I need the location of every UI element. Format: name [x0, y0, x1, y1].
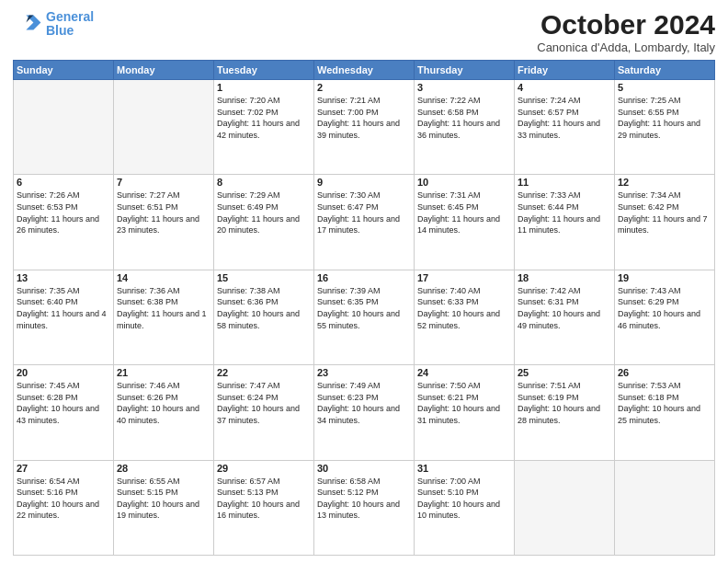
day-number: 22: [217, 367, 311, 378]
day-number: 17: [417, 272, 511, 283]
day-number: 11: [518, 177, 611, 188]
day-number: 9: [317, 177, 411, 188]
day-info: Sunrise: 7:51 AM Sunset: 6:19 PM Dayligh…: [518, 380, 611, 426]
calendar-cell: 22Sunrise: 7:47 AM Sunset: 6:24 PM Dayli…: [214, 365, 314, 460]
page: General Blue October 2024 Canonica d'Add…: [0, 0, 728, 563]
location: Canonica d'Adda, Lombardy, Italy: [537, 40, 715, 54]
day-number: 5: [618, 82, 711, 93]
calendar-cell: 3Sunrise: 7:22 AM Sunset: 6:58 PM Daylig…: [415, 80, 515, 175]
day-info: Sunrise: 7:45 AM Sunset: 6:28 PM Dayligh…: [17, 380, 110, 426]
calendar-week-5: 27Sunrise: 6:54 AM Sunset: 5:16 PM Dayli…: [14, 460, 715, 555]
calendar-cell: 2Sunrise: 7:21 AM Sunset: 7:00 PM Daylig…: [314, 80, 415, 175]
day-number: 29: [217, 463, 311, 474]
month-title: October 2024: [537, 9, 715, 40]
calendar-cell: 23Sunrise: 7:49 AM Sunset: 6:23 PM Dayli…: [314, 365, 415, 460]
calendar-cell: [615, 460, 715, 555]
calendar-cell: 21Sunrise: 7:46 AM Sunset: 6:26 PM Dayli…: [114, 365, 214, 460]
calendar-cell: 30Sunrise: 6:58 AM Sunset: 5:12 PM Dayli…: [314, 460, 415, 555]
day-number: 26: [618, 367, 711, 378]
header: General Blue October 2024 Canonica d'Add…: [13, 9, 715, 54]
day-number: 23: [317, 367, 411, 378]
day-info: Sunrise: 7:26 AM Sunset: 6:53 PM Dayligh…: [17, 190, 110, 236]
logo: General Blue: [13, 9, 94, 39]
day-info: Sunrise: 7:46 AM Sunset: 6:26 PM Dayligh…: [117, 380, 210, 426]
day-info: Sunrise: 7:34 AM Sunset: 6:42 PM Dayligh…: [618, 190, 711, 236]
day-info: Sunrise: 7:22 AM Sunset: 6:58 PM Dayligh…: [417, 95, 511, 141]
day-number: 10: [417, 177, 511, 188]
calendar-cell: 26Sunrise: 7:53 AM Sunset: 6:18 PM Dayli…: [615, 365, 715, 460]
calendar-cell: 1Sunrise: 7:20 AM Sunset: 7:02 PM Daylig…: [214, 80, 314, 175]
col-monday: Monday: [114, 61, 214, 80]
day-number: 13: [17, 272, 110, 283]
calendar-cell: 27Sunrise: 6:54 AM Sunset: 5:16 PM Dayli…: [14, 460, 114, 555]
day-info: Sunrise: 7:27 AM Sunset: 6:51 PM Dayligh…: [117, 190, 210, 236]
day-number: 12: [618, 177, 711, 188]
calendar-cell: 10Sunrise: 7:31 AM Sunset: 6:45 PM Dayli…: [415, 175, 515, 270]
logo-text: General Blue: [46, 10, 94, 39]
day-info: Sunrise: 7:30 AM Sunset: 6:47 PM Dayligh…: [317, 190, 411, 236]
day-info: Sunrise: 7:50 AM Sunset: 6:21 PM Dayligh…: [417, 380, 511, 426]
title-block: October 2024 Canonica d'Adda, Lombardy, …: [537, 9, 715, 54]
day-info: Sunrise: 7:29 AM Sunset: 6:49 PM Dayligh…: [217, 190, 311, 236]
day-number: 2: [317, 82, 411, 93]
day-info: Sunrise: 7:43 AM Sunset: 6:29 PM Dayligh…: [618, 285, 711, 331]
calendar-cell: 16Sunrise: 7:39 AM Sunset: 6:35 PM Dayli…: [314, 270, 415, 364]
day-number: 6: [17, 177, 110, 188]
calendar-cell: 24Sunrise: 7:50 AM Sunset: 6:21 PM Dayli…: [415, 365, 515, 460]
day-number: 15: [217, 272, 311, 283]
day-number: 31: [417, 463, 511, 474]
day-info: Sunrise: 6:54 AM Sunset: 5:16 PM Dayligh…: [17, 476, 110, 522]
calendar-cell: 6Sunrise: 7:26 AM Sunset: 6:53 PM Daylig…: [14, 175, 114, 270]
day-info: Sunrise: 7:20 AM Sunset: 7:02 PM Dayligh…: [217, 95, 311, 141]
day-info: Sunrise: 7:21 AM Sunset: 7:00 PM Dayligh…: [317, 95, 411, 141]
calendar-week-2: 6Sunrise: 7:26 AM Sunset: 6:53 PM Daylig…: [14, 175, 715, 270]
day-number: 3: [417, 82, 511, 93]
calendar-cell: [114, 80, 214, 175]
col-saturday: Saturday: [615, 61, 715, 80]
day-number: 19: [618, 272, 711, 283]
col-thursday: Thursday: [415, 61, 515, 80]
calendar-cell: 25Sunrise: 7:51 AM Sunset: 6:19 PM Dayli…: [515, 365, 615, 460]
calendar-cell: 15Sunrise: 7:38 AM Sunset: 6:36 PM Dayli…: [214, 270, 314, 364]
day-info: Sunrise: 7:49 AM Sunset: 6:23 PM Dayligh…: [317, 380, 411, 426]
day-number: 30: [317, 463, 411, 474]
calendar-cell: 20Sunrise: 7:45 AM Sunset: 6:28 PM Dayli…: [14, 365, 114, 460]
day-info: Sunrise: 7:35 AM Sunset: 6:40 PM Dayligh…: [17, 285, 110, 331]
logo-line1: General: [46, 9, 94, 24]
day-number: 28: [117, 463, 210, 474]
calendar-cell: 14Sunrise: 7:36 AM Sunset: 6:38 PM Dayli…: [114, 270, 214, 364]
day-number: 8: [217, 177, 311, 188]
col-tuesday: Tuesday: [214, 61, 314, 80]
day-number: 16: [317, 272, 411, 283]
day-info: Sunrise: 7:39 AM Sunset: 6:35 PM Dayligh…: [317, 285, 411, 331]
day-info: Sunrise: 6:57 AM Sunset: 5:13 PM Dayligh…: [217, 476, 311, 522]
day-number: 24: [417, 367, 511, 378]
day-info: Sunrise: 7:24 AM Sunset: 6:57 PM Dayligh…: [518, 95, 611, 141]
day-info: Sunrise: 7:36 AM Sunset: 6:38 PM Dayligh…: [117, 285, 210, 331]
day-number: 20: [17, 367, 110, 378]
col-sunday: Sunday: [14, 61, 114, 80]
logo-icon: [13, 9, 42, 39]
calendar-cell: 17Sunrise: 7:40 AM Sunset: 6:33 PM Dayli…: [415, 270, 515, 364]
day-number: 21: [117, 367, 210, 378]
calendar-cell: 19Sunrise: 7:43 AM Sunset: 6:29 PM Dayli…: [615, 270, 715, 364]
calendar-cell: 13Sunrise: 7:35 AM Sunset: 6:40 PM Dayli…: [14, 270, 114, 364]
day-info: Sunrise: 6:58 AM Sunset: 5:12 PM Dayligh…: [317, 476, 411, 522]
day-info: Sunrise: 7:42 AM Sunset: 6:31 PM Dayligh…: [518, 285, 611, 331]
calendar-cell: 12Sunrise: 7:34 AM Sunset: 6:42 PM Dayli…: [615, 175, 715, 270]
calendar-cell: 31Sunrise: 7:00 AM Sunset: 5:10 PM Dayli…: [415, 460, 515, 555]
calendar-cell: 29Sunrise: 6:57 AM Sunset: 5:13 PM Dayli…: [214, 460, 314, 555]
day-number: 7: [117, 177, 210, 188]
day-info: Sunrise: 7:47 AM Sunset: 6:24 PM Dayligh…: [217, 380, 311, 426]
calendar-cell: [515, 460, 615, 555]
calendar-week-1: 1Sunrise: 7:20 AM Sunset: 7:02 PM Daylig…: [14, 80, 715, 175]
day-number: 18: [518, 272, 611, 283]
calendar-cell: 8Sunrise: 7:29 AM Sunset: 6:49 PM Daylig…: [214, 175, 314, 270]
col-friday: Friday: [515, 61, 615, 80]
logo-line2: Blue: [46, 23, 74, 38]
calendar-table: Sunday Monday Tuesday Wednesday Thursday…: [13, 60, 715, 556]
calendar-cell: 11Sunrise: 7:33 AM Sunset: 6:44 PM Dayli…: [515, 175, 615, 270]
day-info: Sunrise: 7:31 AM Sunset: 6:45 PM Dayligh…: [417, 190, 511, 236]
day-number: 4: [518, 82, 611, 93]
day-info: Sunrise: 6:55 AM Sunset: 5:15 PM Dayligh…: [117, 476, 210, 522]
